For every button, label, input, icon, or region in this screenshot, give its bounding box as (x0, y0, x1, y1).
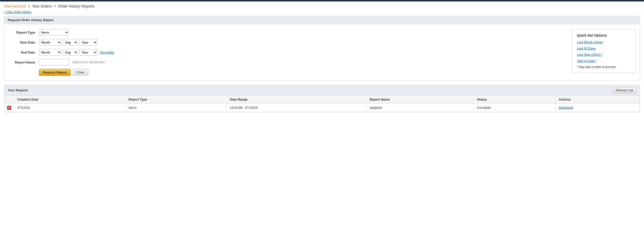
end-month-select[interactable]: Month JanuaryFebruaryMarch AprilMayJune … (39, 49, 62, 56)
reports-section-header: Your Reports Refresh List (4, 85, 640, 96)
quick-set-box: Quick Set Options Last Month (June) Last… (572, 29, 636, 73)
clear-button[interactable]: Clear (73, 69, 88, 76)
row-actions: Download (556, 104, 640, 112)
refresh-list-button[interactable]: Refresh List (613, 87, 636, 93)
quick-set-last-30-days[interactable]: Last 30 Days (577, 47, 631, 50)
reports-table-wrapper: Creation Date Report Type Date Range Rep… (4, 96, 640, 112)
col-date-range: Date Range (227, 96, 366, 104)
quick-set-note: * May take a while to process (577, 65, 631, 69)
main-content: Request Order History Report Report Type… (0, 16, 644, 120)
use-today-link[interactable]: Use today (100, 51, 114, 54)
col-report-name: Report Name (366, 96, 474, 104)
breadcrumb-current: Order History Reports (58, 4, 94, 8)
form-quick-set-wrapper: Report Type Items Orders Shipments Start… (8, 29, 636, 76)
quick-set-title: Quick Set Options (577, 33, 631, 37)
col-actions: Actions (556, 96, 640, 104)
col-report-type: Report Type (125, 96, 226, 104)
report-name-label: Report Name (8, 61, 35, 64)
reports-table-head: Creation Date Report Type Date Range Rep… (4, 96, 640, 104)
start-year-select[interactable]: Year (79, 39, 97, 46)
col-status: Status (474, 96, 556, 104)
reports-table: Creation Date Report Type Date Range Rep… (4, 96, 640, 112)
start-day-select[interactable]: Day (63, 39, 78, 46)
buttons-row: Request Report Clear (39, 69, 562, 76)
end-year-select[interactable]: Year (79, 49, 97, 56)
start-date-label: Start Date (8, 41, 35, 44)
form-area: Report Type Items Orders Shipments Start… (8, 29, 562, 76)
reports-table-header-row: Creation Date Report Type Date Range Rep… (4, 96, 640, 104)
row-report-name: wayback (366, 104, 474, 112)
row-date-range: 12/31/98 - 07/15/15 (227, 104, 366, 112)
report-name-controls: Optional-for Identification (39, 59, 106, 66)
report-type-controls: Items Orders Shipments (39, 29, 69, 36)
end-date-row: End Date Month JanuaryFebruaryMarch Apri… (8, 49, 562, 56)
report-name-hint: Optional-for Identification (72, 61, 106, 64)
report-type-label: Report Type (8, 31, 35, 34)
reports-section-title: Your Reports (8, 88, 28, 92)
report-type-select[interactable]: Items Orders Shipments (39, 29, 69, 36)
reports-section-box: Your Reports Refresh List Creation Date … (4, 85, 640, 112)
breadcrumb-sep2: > (54, 4, 56, 8)
quick-set-last-year[interactable]: Last Year (2014) * (577, 53, 631, 57)
start-month-select[interactable]: Month JanuaryFebruaryMarch AprilMayJune … (39, 39, 62, 46)
delete-icon[interactable]: X (7, 106, 11, 110)
view-history-row: < View Order History (0, 10, 644, 16)
end-date-controls: Month JanuaryFebruaryMarch AprilMayJune … (39, 49, 114, 56)
quick-set-last-month[interactable]: Last Month (June) (577, 40, 631, 44)
report-name-input[interactable] (39, 59, 69, 66)
report-type-row: Report Type Items Orders Shipments (8, 29, 562, 36)
table-row: X 07/14/15 Items 12/31/98 - 07/15/15 way… (4, 104, 640, 112)
end-date-label: End Date (8, 51, 35, 54)
quick-set-year-to-date[interactable]: Year to Date * (577, 59, 631, 63)
request-section-body: Report Type Items Orders Shipments Start… (4, 24, 640, 81)
reports-table-body: X 07/14/15 Items 12/31/98 - 07/15/15 way… (4, 104, 640, 112)
request-report-button[interactable]: Request Report (39, 69, 70, 76)
report-name-row: Report Name Optional-for Identification (8, 59, 562, 66)
download-link[interactable]: Download (559, 106, 573, 110)
start-date-row: Start Date Month JanuaryFebruaryMarch Ap… (8, 39, 562, 46)
row-report-type: Items (125, 104, 226, 112)
breadcrumb-your-orders: Your Orders (32, 4, 52, 8)
view-order-history-link[interactable]: < View Order History (4, 11, 32, 14)
col-creation-date: Creation Date (14, 96, 126, 104)
row-status: Complete (474, 104, 556, 112)
row-delete-cell: X (4, 104, 14, 112)
request-section-header: Request Order History Report (4, 16, 640, 24)
breadcrumb-your-account[interactable]: Your Account (4, 4, 26, 8)
request-section-box: Request Order History Report Report Type… (4, 16, 640, 81)
start-date-controls: Month JanuaryFebruaryMarch AprilMayJune … (39, 39, 97, 46)
breadcrumb: Your Account > Your Orders > Order Histo… (0, 2, 644, 10)
col-delete (4, 96, 14, 104)
breadcrumb-sep1: > (28, 4, 30, 8)
end-day-select[interactable]: Day (63, 49, 78, 56)
row-creation-date: 07/14/15 (14, 104, 126, 112)
